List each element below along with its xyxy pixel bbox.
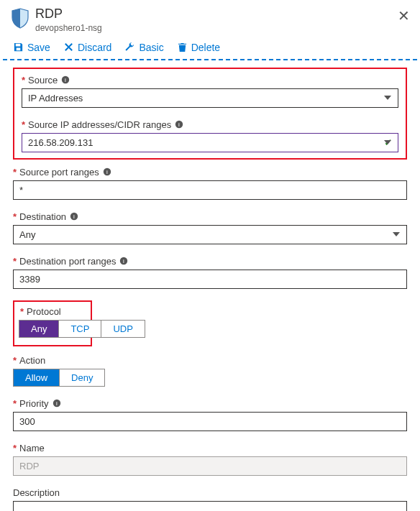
svg-text:i: i	[124, 258, 125, 264]
action-group: Allow Deny	[13, 369, 105, 387]
svg-text:i: i	[65, 77, 66, 83]
source-ips-label: *Source IP addresses/CIDR ranges i	[22, 119, 398, 130]
description-input[interactable]	[13, 501, 407, 511]
basic-button[interactable]: Basic	[124, 42, 163, 53]
description-label: Description	[13, 487, 407, 498]
source-ports-label: *Source port ranges i	[13, 167, 407, 178]
destination-label: *Destination i	[13, 211, 407, 222]
source-ports-input[interactable]	[13, 180, 407, 200]
name-input	[13, 456, 407, 476]
action-deny[interactable]: Deny	[60, 369, 104, 386]
save-icon	[13, 42, 24, 52]
protocol-any[interactable]: Any	[19, 321, 59, 337]
action-allow[interactable]: Allow	[14, 369, 60, 386]
close-icon[interactable]: ✕	[398, 9, 410, 23]
dest-ports-input[interactable]	[13, 270, 407, 289]
checkmark-icon: ✓	[384, 137, 393, 148]
toolbar: Save Discard Basic Delete	[0, 39, 420, 59]
discard-button[interactable]: Discard	[63, 42, 111, 53]
destination-select[interactable]: Any	[13, 225, 407, 244]
source-ips-input[interactable]	[22, 133, 398, 152]
svg-text:i: i	[56, 400, 58, 407]
save-label: Save	[27, 42, 50, 53]
svg-text:i: i	[178, 121, 180, 128]
info-icon[interactable]: i	[103, 167, 111, 176]
dest-ports-label: *Destination port ranges i	[13, 256, 407, 267]
highlight-source-box: *Source i IP Addresses *Source IP addres…	[13, 68, 407, 160]
protocol-udp[interactable]: UDP	[101, 321, 144, 337]
name-label: *Name	[13, 443, 407, 454]
shield-icon	[11, 7, 29, 29]
protocol-label: *Protocol	[20, 306, 85, 317]
action-label: *Action	[13, 355, 407, 366]
protocol-tcp[interactable]: TCP	[59, 321, 101, 337]
svg-text:i: i	[106, 169, 108, 175]
delete-button[interactable]: Delete	[177, 42, 220, 53]
info-icon[interactable]: i	[175, 120, 183, 129]
priority-label: *Priority i	[13, 398, 407, 409]
svg-text:i: i	[73, 213, 75, 220]
trash-icon	[177, 42, 188, 52]
priority-input[interactable]	[13, 412, 407, 431]
panel-header: RDP devopshero1-nsg ✕	[0, 0, 420, 39]
source-select[interactable]: IP Addresses	[22, 88, 398, 108]
highlight-protocol-box: *Protocol Any TCP UDP	[13, 300, 92, 346]
info-icon[interactable]: i	[119, 257, 128, 265]
save-button[interactable]: Save	[13, 42, 50, 53]
delete-label: Delete	[191, 42, 220, 53]
page-title: RDP	[35, 7, 102, 22]
source-label: *Source i	[22, 75, 398, 86]
wrench-icon	[124, 42, 135, 52]
page-subtitle: devopshero1-nsg	[35, 23, 102, 33]
info-icon[interactable]: i	[70, 212, 78, 221]
info-icon[interactable]: i	[61, 75, 70, 84]
info-icon[interactable]: i	[52, 399, 61, 408]
basic-label: Basic	[139, 42, 163, 53]
protocol-group: Any TCP UDP	[19, 320, 145, 338]
discard-label: Discard	[78, 42, 111, 53]
discard-icon	[63, 42, 74, 52]
